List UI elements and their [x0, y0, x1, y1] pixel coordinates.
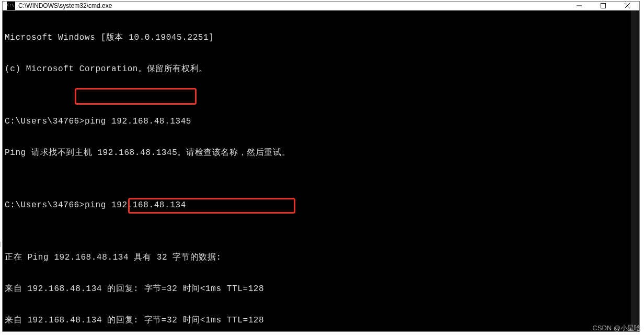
close-button[interactable] [615, 2, 639, 10]
titlebar[interactable]: C:\WINDOWS\system32\cmd.exe [3, 2, 639, 10]
terminal-line: (c) Microsoft Corporation。保留所有权利。 [5, 64, 639, 74]
terminal-line: 来自 192.168.48.134 的回复: 字节=32 时间<1ms TTL=… [5, 315, 639, 326]
minimize-button[interactable] [567, 2, 591, 10]
terminal-area[interactable]: Microsoft Windows [版本 10.0.19045.2251] (… [3, 10, 639, 331]
terminal-line: Ping 请求找不到主机 192.168.48.1345。请检查该名称，然后重试… [5, 148, 639, 158]
minimize-icon [577, 3, 582, 8]
close-icon [625, 3, 630, 8]
maximize-button[interactable] [591, 2, 615, 10]
window-title: C:\WINDOWS\system32\cmd.exe [18, 2, 112, 9]
terminal-line: 来自 192.168.48.134 的回复: 字节=32 时间<1ms TTL=… [5, 284, 639, 294]
watermark-text: CSDN @小星唅 [592, 323, 641, 333]
terminal-line: 正在 Ping 192.168.48.134 具有 32 字节的数据: [5, 252, 639, 263]
terminal-line: C:\Users\34766>ping 192.168.48.134 [5, 200, 639, 210]
svg-rect-1 [601, 4, 606, 8]
cmd-window: C:\WINDOWS\system32\cmd.exe Microsoft Wi… [2, 1, 640, 332]
terminal-line: C:\Users\34766>ping 192.168.48.1345 [5, 116, 639, 127]
terminal-line: Microsoft Windows [版本 10.0.19045.2251] [5, 32, 639, 43]
stray-glyph: | [0, 241, 2, 247]
highlight-box-1 [75, 88, 197, 105]
maximize-icon [601, 3, 606, 8]
window-controls [567, 2, 639, 10]
vertical-scrollbar[interactable] [631, 10, 639, 331]
cmd-icon [7, 2, 15, 10]
